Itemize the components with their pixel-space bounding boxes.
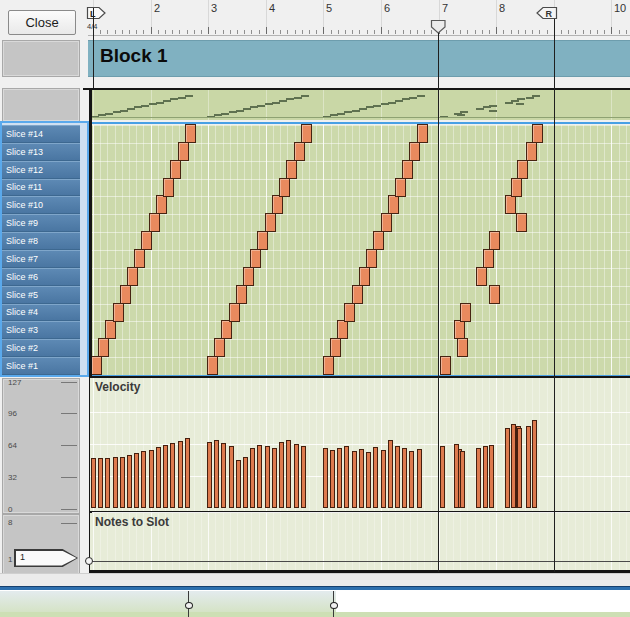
- note[interactable]: [395, 178, 406, 197]
- note[interactable]: [489, 285, 500, 304]
- velocity-bar[interactable]: [532, 420, 537, 508]
- note[interactable]: [265, 213, 276, 232]
- note[interactable]: [120, 285, 131, 304]
- note[interactable]: [185, 124, 196, 143]
- note[interactable]: [337, 320, 348, 339]
- velocity-bar[interactable]: [170, 443, 175, 508]
- notes-to-slot-node[interactable]: [85, 557, 93, 565]
- note[interactable]: [352, 285, 363, 304]
- note[interactable]: [517, 160, 528, 179]
- velocity-bar[interactable]: [402, 448, 407, 508]
- velocity-bar[interactable]: [265, 446, 270, 508]
- slot-indicator[interactable]: 1: [14, 549, 78, 567]
- velocity-bar[interactable]: [489, 445, 494, 508]
- slice-label-row[interactable]: Slice #8: [2, 232, 80, 250]
- velocity-bar[interactable]: [388, 440, 393, 508]
- velocity-bar[interactable]: [526, 426, 531, 508]
- note[interactable]: [286, 160, 297, 179]
- velocity-bar[interactable]: [243, 457, 248, 508]
- note[interactable]: [505, 195, 516, 214]
- note[interactable]: [373, 231, 384, 250]
- overview-marker-handle[interactable]: [185, 602, 193, 609]
- slice-label-row[interactable]: Slice #11: [2, 179, 80, 197]
- slice-label-row[interactable]: Slice #7: [2, 250, 80, 268]
- velocity-bar[interactable]: [127, 455, 132, 508]
- note[interactable]: [366, 249, 377, 268]
- velocity-bar[interactable]: [98, 458, 103, 508]
- note[interactable]: [516, 213, 527, 232]
- note[interactable]: [272, 195, 283, 214]
- velocity-bar[interactable]: [359, 449, 364, 508]
- velocity-bar[interactable]: [505, 428, 510, 508]
- velocity-bar[interactable]: [366, 452, 371, 508]
- velocity-bar[interactable]: [207, 442, 212, 508]
- bottom-overview-strip[interactable]: [0, 590, 630, 617]
- velocity-bar[interactable]: [301, 446, 306, 508]
- note[interactable]: [214, 338, 225, 357]
- velocity-bar[interactable]: [454, 444, 459, 508]
- note[interactable]: [511, 178, 522, 197]
- notes-to-slot-lane[interactable]: Notes to Slot: [90, 513, 630, 570]
- velocity-bar[interactable]: [236, 460, 241, 508]
- velocity-bar[interactable]: [294, 444, 299, 508]
- note[interactable]: [457, 338, 468, 357]
- velocity-bar[interactable]: [141, 451, 146, 508]
- note[interactable]: [460, 303, 471, 322]
- velocity-bar[interactable]: [286, 440, 291, 508]
- note[interactable]: [402, 160, 413, 179]
- velocity-bar[interactable]: [373, 447, 378, 508]
- note[interactable]: [409, 142, 420, 161]
- velocity-bar[interactable]: [344, 446, 349, 508]
- velocity-bar[interactable]: [330, 450, 335, 508]
- note[interactable]: [113, 303, 124, 322]
- note[interactable]: [98, 338, 109, 357]
- velocity-bar[interactable]: [460, 451, 465, 508]
- loop-end-marker-icon[interactable]: R: [535, 6, 559, 22]
- velocity-bar[interactable]: [511, 424, 516, 508]
- slice-label-row[interactable]: Slice #9: [2, 214, 80, 232]
- velocity-bar[interactable]: [323, 448, 328, 508]
- velocity-bar[interactable]: [440, 446, 445, 508]
- note[interactable]: [105, 320, 116, 339]
- velocity-bar[interactable]: [417, 449, 422, 508]
- note[interactable]: [489, 231, 500, 250]
- note[interactable]: [388, 195, 399, 214]
- note[interactable]: [149, 213, 160, 232]
- note[interactable]: [344, 303, 355, 322]
- velocity-bar[interactable]: [352, 451, 357, 508]
- velocity-bar[interactable]: [381, 450, 386, 508]
- note[interactable]: [330, 338, 341, 357]
- note[interactable]: [454, 320, 465, 339]
- note[interactable]: [207, 356, 218, 375]
- loop-start-marker-icon[interactable]: L 4/4: [86, 6, 112, 34]
- note[interactable]: [476, 267, 487, 286]
- note[interactable]: [279, 178, 290, 197]
- notes-to-slot-value-line[interactable]: [90, 561, 630, 562]
- slice-label-row[interactable]: Slice #6: [2, 268, 80, 286]
- velocity-bar[interactable]: [156, 447, 161, 508]
- note[interactable]: [163, 178, 174, 197]
- note[interactable]: [91, 356, 102, 375]
- note[interactable]: [250, 249, 261, 268]
- velocity-bar[interactable]: [483, 446, 488, 508]
- velocity-bar[interactable]: [149, 450, 154, 508]
- velocity-bar[interactable]: [257, 445, 262, 508]
- note[interactable]: [170, 160, 181, 179]
- note[interactable]: [301, 124, 312, 143]
- velocity-bar[interactable]: [395, 446, 400, 508]
- note[interactable]: [141, 231, 152, 250]
- overview-marker-handle[interactable]: [330, 602, 338, 609]
- slice-label-row[interactable]: Slice #1: [2, 357, 80, 375]
- velocity-bar[interactable]: [229, 446, 234, 508]
- velocity-bar[interactable]: [120, 457, 125, 508]
- note[interactable]: [417, 124, 428, 143]
- slice-label-row[interactable]: Slice #14: [2, 125, 80, 143]
- note[interactable]: [134, 249, 145, 268]
- note[interactable]: [381, 213, 392, 232]
- note[interactable]: [229, 303, 240, 322]
- velocity-bar[interactable]: [163, 445, 168, 508]
- velocity-bar[interactable]: [105, 458, 110, 508]
- note[interactable]: [236, 285, 247, 304]
- note[interactable]: [257, 231, 268, 250]
- velocity-bar[interactable]: [517, 428, 522, 508]
